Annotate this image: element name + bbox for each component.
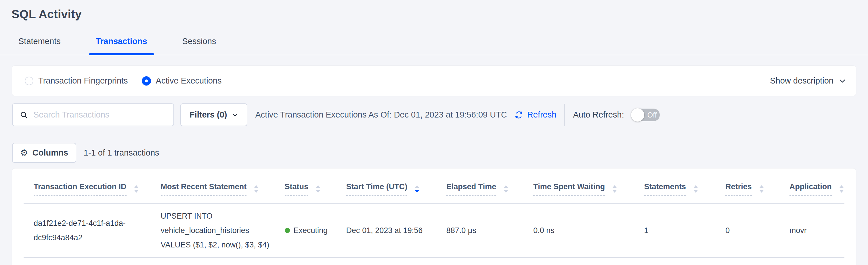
- col-header-time-spent-waiting[interactable]: Time Spent Waiting: [533, 168, 644, 203]
- filters-label: Filters (0): [189, 110, 227, 120]
- col-header-start-time[interactable]: Start Time (UTC): [346, 168, 446, 203]
- view-options-card: Transaction Fingerprints Active Executio…: [12, 66, 856, 96]
- transactions-table: Transaction Execution ID Most Recent Sta…: [24, 168, 844, 258]
- cell-application: movr: [789, 226, 807, 235]
- col-header-application[interactable]: Application: [789, 168, 844, 203]
- tab-statements[interactable]: Statements: [11, 36, 68, 55]
- radio-transaction-fingerprints[interactable]: Transaction Fingerprints: [25, 76, 128, 85]
- auto-refresh-label: Auto Refresh:: [573, 110, 624, 120]
- col-header-status[interactable]: Status: [285, 168, 346, 203]
- sort-icon[interactable]: [504, 185, 508, 193]
- cell-most-recent-statement[interactable]: UPSERT INTO vehicle_location_histories V…: [161, 212, 270, 249]
- tab-sessions[interactable]: Sessions: [176, 36, 223, 55]
- columns-button[interactable]: ⚙ Columns: [12, 143, 76, 163]
- filters-button[interactable]: Filters (0): [180, 103, 247, 126]
- search-icon: [20, 111, 28, 119]
- col-header-statements[interactable]: Statements: [644, 168, 725, 203]
- show-description-label: Show description: [770, 76, 834, 85]
- table-header-row: Transaction Execution ID Most Recent Sta…: [24, 168, 844, 203]
- col-header-most-recent-statement[interactable]: Most Recent Statement: [161, 168, 285, 203]
- refresh-button[interactable]: Refresh: [514, 110, 557, 120]
- sort-icon[interactable]: [316, 185, 320, 193]
- status-dot-icon: [285, 228, 290, 233]
- radio-circle-icon[interactable]: [25, 77, 33, 85]
- sort-icon[interactable]: [839, 185, 844, 193]
- cell-statements: 1: [644, 226, 649, 235]
- vertical-divider: [564, 104, 565, 126]
- transactions-table-card: Transaction Execution ID Most Recent Sta…: [12, 168, 856, 265]
- gear-icon: ⚙: [20, 148, 28, 157]
- sort-icon[interactable]: [693, 185, 698, 193]
- show-description-button[interactable]: Show description: [770, 76, 846, 85]
- refresh-icon: [514, 110, 524, 120]
- sort-icon[interactable]: [612, 185, 617, 193]
- controls-row: Filters (0) Active Transaction Execution…: [12, 103, 856, 126]
- radio-label: Active Executions: [156, 76, 222, 85]
- as-of-timestamp: Active Transaction Executions As Of: Dec…: [255, 110, 507, 120]
- col-header-elapsed-time[interactable]: Elapsed Time: [446, 168, 533, 203]
- results-count: 1-1 of 1 transactions: [84, 148, 159, 158]
- cell-time-spent-waiting: 0.0 ns: [533, 226, 555, 235]
- sort-icon-active-desc[interactable]: [415, 185, 419, 193]
- cell-elapsed-time: 887.0 µs: [446, 226, 476, 235]
- page-header: SQL Activity: [0, 0, 868, 21]
- cell-transaction-execution-id: da1f21e2-de71-4c1f-a1da- dc9fc94a84a2: [34, 219, 126, 242]
- radio-label: Transaction Fingerprints: [38, 76, 128, 85]
- view-mode-radio-group: Transaction Fingerprints Active Executio…: [25, 76, 222, 85]
- table-toolbar: ⚙ Columns 1-1 of 1 transactions: [12, 143, 856, 163]
- page-title: SQL Activity: [11, 7, 857, 21]
- col-header-transaction-execution-id[interactable]: Transaction Execution ID: [24, 168, 161, 203]
- cell-start-time: Dec 01, 2023 at 19:56: [346, 226, 423, 235]
- cell-status: Executing: [293, 223, 328, 238]
- columns-label: Columns: [32, 148, 68, 158]
- status-badge: Executing: [285, 223, 344, 238]
- chevron-down-icon: [232, 112, 238, 118]
- toggle-state-label: Off: [647, 111, 657, 119]
- radio-active-executions[interactable]: Active Executions: [142, 76, 222, 85]
- search-box[interactable]: [12, 103, 174, 126]
- sort-icon[interactable]: [254, 185, 258, 193]
- tab-transactions[interactable]: Transactions: [89, 36, 154, 55]
- tab-bar: Statements Transactions Sessions: [0, 36, 868, 55]
- col-header-retries[interactable]: Retries: [725, 168, 789, 203]
- sort-icon[interactable]: [759, 185, 764, 193]
- cell-retries: 0: [725, 226, 730, 235]
- search-input[interactable]: [33, 110, 168, 120]
- table-row: da1f21e2-de71-4c1f-a1da- dc9fc94a84a2 UP…: [24, 203, 844, 258]
- toggle-knob[interactable]: [631, 108, 644, 122]
- refresh-label: Refresh: [527, 110, 557, 120]
- radio-circle-selected-icon[interactable]: [142, 76, 151, 85]
- auto-refresh-toggle[interactable]: Off: [631, 109, 660, 121]
- sort-icon[interactable]: [134, 185, 138, 193]
- chevron-down-icon: [839, 77, 846, 85]
